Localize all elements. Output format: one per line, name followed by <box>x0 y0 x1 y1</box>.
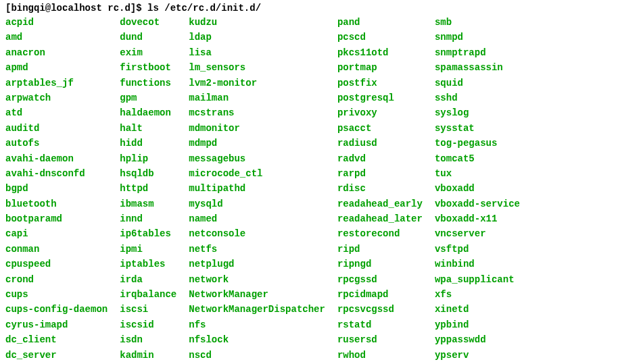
file-entry: winbind <box>435 257 520 271</box>
file-entry: lm_sensors <box>189 60 325 75</box>
file-entry: bootparamd <box>5 211 108 226</box>
file-entry: restorecond <box>337 226 423 241</box>
file-entry: ripd <box>337 242 423 257</box>
file-entry: dovecot <box>120 15 176 30</box>
file-entry: cups <box>5 287 108 302</box>
file-entry: mailman <box>189 90 325 105</box>
file-entry: nfslock <box>189 332 325 347</box>
file-entry: network <box>189 272 325 287</box>
shell-prompt-line: [bingqi@localhost rc.d]$ ls /etc/rc.d/in… <box>5 3 613 14</box>
file-entry: sysstat <box>435 121 520 136</box>
file-entry: conman <box>5 242 108 257</box>
file-entry: pkcs11otd <box>337 45 423 60</box>
file-entry: lisa <box>189 45 325 60</box>
file-entry: exim <box>120 45 176 60</box>
file-entry: NetworkManagerDispatcher <box>189 302 325 317</box>
file-entry: amd <box>5 30 108 45</box>
file-entry: dc_client <box>5 332 108 347</box>
file-entry: rpcsvcgssd <box>337 302 423 317</box>
file-entry: rpcgssd <box>337 272 423 287</box>
file-entry: gpm <box>120 90 176 105</box>
file-entry: crond <box>5 272 108 287</box>
file-entry: rpcidmapd <box>337 287 423 302</box>
file-entry: postgresql <box>337 90 423 105</box>
file-entry: pcscd <box>337 30 423 45</box>
ls-column-0: acpidamdanacronapmdarptables_jfarpwatcha… <box>5 15 108 364</box>
ls-column-2: kudzuldaplisalm_sensorslvm2-monitormailm… <box>189 15 325 364</box>
file-entry: ypserv <box>435 348 520 363</box>
file-entry: vncserver <box>435 226 520 241</box>
file-entry: mysqld <box>189 197 325 211</box>
file-entry: nfs <box>189 317 325 332</box>
file-entry: portmap <box>337 60 423 75</box>
file-entry: spamassassin <box>435 60 520 75</box>
ls-column-1: dovecotdundeximfirstbootfunctionsgpmhald… <box>120 15 176 364</box>
ls-column-3: pandpcscdpkcs11otdportmappostfixpostgres… <box>337 15 423 364</box>
file-entry: cpuspeed <box>5 257 108 271</box>
file-entry: rstatd <box>337 317 423 332</box>
file-entry: cyrus-imapd <box>5 317 108 332</box>
file-entry: httpd <box>120 181 176 196</box>
file-entry: psacct <box>337 121 423 136</box>
file-entry: functions <box>120 76 176 90</box>
file-entry: netconsole <box>189 226 325 241</box>
file-entry: vboxadd-service <box>435 197 520 211</box>
file-entry: mcstrans <box>189 105 325 120</box>
file-entry: ip6tables <box>120 226 176 241</box>
file-entry: postfix <box>337 76 423 90</box>
file-entry: named <box>189 211 325 226</box>
file-entry: vboxadd <box>435 181 520 196</box>
file-entry: rwhod <box>337 348 423 363</box>
file-entry: anacron <box>5 45 108 60</box>
file-entry: readahead_early <box>337 197 423 211</box>
file-entry: snmpd <box>435 30 520 45</box>
file-entry: autofs <box>5 136 108 151</box>
file-entry: arptables_jf <box>5 76 108 90</box>
file-entry: privoxy <box>337 105 423 120</box>
ls-column-4: smbsnmpdsnmptrapdspamassassinsquidsshdsy… <box>435 15 520 364</box>
file-entry: haldaemon <box>120 105 176 120</box>
file-entry: yppasswdd <box>435 332 520 347</box>
file-entry: cups-config-daemon <box>5 302 108 317</box>
file-entry: syslog <box>435 105 520 120</box>
file-entry: rdisc <box>337 181 423 196</box>
file-entry: kudzu <box>189 15 325 30</box>
file-entry: ldap <box>189 30 325 45</box>
file-entry: iptables <box>120 257 176 271</box>
file-entry: innd <box>120 211 176 226</box>
file-entry: lvm2-monitor <box>189 76 325 90</box>
file-entry: dc_server <box>5 348 108 363</box>
file-entry: bgpd <box>5 181 108 196</box>
ls-output: acpidamdanacronapmdarptables_jfarpwatcha… <box>5 15 613 364</box>
file-entry: smb <box>435 15 520 30</box>
file-entry: acpid <box>5 15 108 30</box>
file-entry: firstboot <box>120 60 176 75</box>
file-entry: irda <box>120 272 176 287</box>
file-entry: messagebus <box>189 151 325 166</box>
file-entry: xinetd <box>435 302 520 317</box>
file-entry: avahi-dnsconfd <box>5 166 108 181</box>
file-entry: arpwatch <box>5 90 108 105</box>
file-entry: hplip <box>120 151 176 166</box>
file-entry: dund <box>120 30 176 45</box>
file-entry: tux <box>435 166 520 181</box>
file-entry: vboxadd-x11 <box>435 211 520 226</box>
file-entry: NetworkManager <box>189 287 325 302</box>
file-entry: sshd <box>435 90 520 105</box>
file-entry: xfs <box>435 287 520 302</box>
file-entry: bluetooth <box>5 197 108 211</box>
file-entry: rusersd <box>337 332 423 347</box>
file-entry: vsftpd <box>435 242 520 257</box>
file-entry: squid <box>435 76 520 90</box>
file-entry: hidd <box>120 136 176 151</box>
file-entry: nscd <box>189 348 325 363</box>
file-entry: wpa_supplicant <box>435 272 520 287</box>
file-entry: tog-pegasus <box>435 136 520 151</box>
file-entry: tomcat5 <box>435 151 520 166</box>
file-entry: ypbind <box>435 317 520 332</box>
file-entry: halt <box>120 121 176 136</box>
file-entry: microcode_ctl <box>189 166 325 181</box>
file-entry: iscsi <box>120 302 176 317</box>
file-entry: auditd <box>5 121 108 136</box>
file-entry: netfs <box>189 242 325 257</box>
